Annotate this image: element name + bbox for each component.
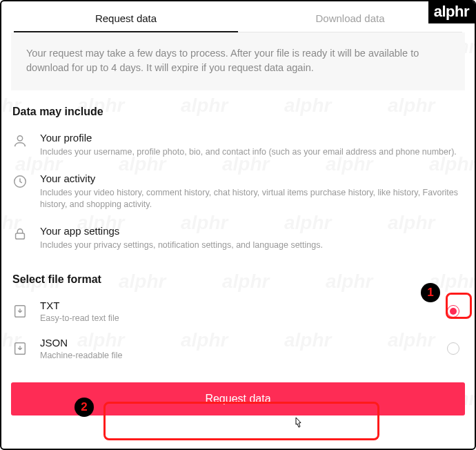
format-option-txt[interactable]: TXT Easy-to-read text file <box>1 293 475 330</box>
data-item-activity: Your activity Includes your video histor… <box>1 166 475 218</box>
txt-title: TXT <box>40 300 436 311</box>
format-option-json[interactable]: JSON Machine-readable file <box>1 330 475 367</box>
callout-2: 2 <box>75 398 94 417</box>
request-data-button-label: Request data <box>205 393 270 404</box>
data-may-include-title: Data may include <box>12 106 464 118</box>
data-item-settings: Your app settings Includes your privacy … <box>1 218 475 259</box>
brand-logo: alphr <box>428 1 475 23</box>
json-title: JSON <box>40 337 436 349</box>
json-desc: Machine-readable file <box>40 351 436 360</box>
cursor-pointer-icon <box>292 417 304 429</box>
profile-desc: Includes your username, profile photo, b… <box>40 146 464 159</box>
svg-point-0 <box>17 136 22 141</box>
svg-rect-2 <box>16 233 25 239</box>
info-banner: Your request may take a few days to proc… <box>11 32 465 90</box>
settings-title: Your app settings <box>40 225 464 237</box>
txt-desc: Easy-to-read text file <box>40 313 436 323</box>
profile-title: Your profile <box>40 132 464 144</box>
activity-desc: Includes your video history, comment his… <box>40 187 464 211</box>
tab-request-data[interactable]: Request data <box>14 4 238 32</box>
clock-icon <box>12 174 29 189</box>
tabs: Request data Download data <box>14 4 462 32</box>
activity-title: Your activity <box>40 173 464 184</box>
file-download-icon <box>12 304 29 319</box>
radio-json[interactable] <box>447 342 459 355</box>
person-icon <box>12 133 29 148</box>
select-file-format-title: Select file format <box>12 273 464 286</box>
data-item-profile: Your profile Includes your username, pro… <box>1 125 475 166</box>
radio-txt[interactable] <box>447 305 459 317</box>
file-download-icon <box>12 341 29 356</box>
callout-1: 1 <box>421 283 440 302</box>
lock-icon <box>12 226 29 242</box>
settings-desc: Includes your privacy settings, notifica… <box>40 239 464 252</box>
